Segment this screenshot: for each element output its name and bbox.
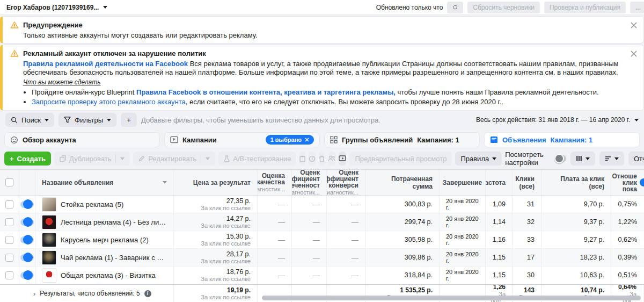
ctr-value: 1,22% [618, 218, 637, 226]
clipboard-button[interactable] [299, 152, 305, 166]
duplicate-button[interactable]: Дублировать [54, 152, 130, 166]
tab-account-overview[interactable]: Обзор аккаунта [4, 132, 160, 147]
chevron-down-icon [107, 119, 111, 121]
account-selector[interactable]: Егор Хабаров (12071939169... [6, 4, 107, 11]
search-button[interactable]: Поиск [5, 113, 54, 127]
cpc-value: 18,23 р. [580, 254, 604, 261]
ctr-value: 0,39% [618, 254, 637, 261]
ad-name-link[interactable]: Карусель мерч реклама (2) [61, 236, 149, 244]
ad-name-link[interactable]: Стойка реклама (5) [61, 200, 123, 208]
reports-button[interactable]: Отчеты [628, 152, 644, 166]
ad-sets-icon [330, 136, 338, 143]
header-label: Частота [486, 179, 506, 186]
ad-name-link[interactable]: Лестница реклама (4) - Без лишних слов [61, 218, 167, 226]
filters-label: Фильтры [75, 116, 103, 124]
refresh-button[interactable] [447, 2, 463, 13]
edit-label: Редактировать [148, 155, 196, 163]
header-label: Потраченная сумма [372, 175, 433, 190]
row-checkbox[interactable] [5, 271, 13, 279]
ad-active-toggle[interactable] [20, 272, 34, 279]
request-review-link[interactable]: Запросите проверку этого рекламного акка… [32, 98, 186, 106]
columns-button[interactable] [570, 152, 595, 166]
table-row: Чай реклама (1) - Заварник с дымом 28,17… [0, 249, 644, 267]
list-item: Запросите проверку этого рекламного акка… [32, 97, 625, 106]
blueprint-course-link[interactable]: Правила Facebook в отношении контента, к… [136, 88, 396, 96]
filters-button[interactable]: Фильтры [58, 113, 116, 127]
ad-active-toggle[interactable] [20, 254, 34, 261]
toggle-column-header [19, 170, 35, 195]
ad-name-link[interactable]: Чай реклама (1) - Заварник с дымом [61, 254, 167, 262]
column-header-amount-spent[interactable]: Потраченная сумма [365, 170, 440, 195]
tab-campaigns[interactable]: Кампании 1 выбрано [164, 132, 320, 147]
ad-active-toggle[interactable] [20, 236, 34, 243]
create-button[interactable]: + Создать [4, 152, 51, 166]
discard-drafts-button[interactable]: Сбросить черновики [467, 2, 540, 13]
ads-icon [490, 136, 498, 143]
chevron-down-icon [614, 157, 619, 160]
filter-input[interactable]: Добавьте фильтры, чтобы уменьшить количе… [141, 116, 472, 124]
ad-name-link[interactable]: Общая реклама (3) - Визитка [61, 271, 156, 279]
column-header-end-date[interactable]: Завершение [440, 170, 486, 195]
column-header-cost-per-result[interactable]: Цена за результат [174, 170, 258, 195]
end-date-value: 20 янв 2020 г. [446, 233, 479, 246]
row-checkbox[interactable] [5, 200, 13, 208]
horizontal-scrollbar[interactable] [262, 296, 641, 300]
what-you-can-do-link[interactable]: Что вы можете сделать [23, 78, 100, 86]
add-filter-button[interactable]: + [121, 113, 137, 127]
clock-icon [309, 155, 316, 162]
info-icon[interactable]: i [144, 290, 151, 297]
last-updated-status: Обновлено только что [376, 4, 443, 11]
history-button[interactable] [309, 152, 316, 166]
close-icon[interactable] [630, 21, 638, 30]
engagement-ranking-value: — [313, 236, 320, 244]
ad-policy-link[interactable]: Правила рекламной деятельности на Facebo… [23, 60, 188, 68]
expand-results-chevron[interactable]: › [33, 290, 35, 298]
quality-ranking-value: — [278, 254, 285, 262]
end-date-value: 20 янв 2020 г. [446, 215, 479, 228]
column-header-quality-ranking[interactable]: Оценка качестваДиагностик... [258, 170, 292, 195]
rules-button[interactable]: Правила [455, 152, 502, 166]
column-header-engagement-ranking[interactable]: Оценк коэффициент вовлеченностДиагностик… [292, 170, 327, 195]
column-header-frequency[interactable]: Частота [486, 170, 513, 195]
view-settings-toggle[interactable] [555, 155, 566, 162]
row-checkbox[interactable] [5, 218, 13, 226]
selected-count-badge[interactable]: 1 выбрано [266, 135, 314, 145]
column-header-clicks[interactable]: Клики (все) [513, 170, 541, 195]
ad-active-toggle[interactable] [20, 201, 34, 208]
inspect-button[interactable] [339, 152, 346, 166]
close-icon[interactable] [305, 138, 309, 142]
column-header-conversion-ranking[interactable]: Оценк коэффициент конверсиДиагностик... [327, 170, 365, 195]
row-checkbox[interactable] [5, 254, 13, 262]
column-header-cpc[interactable]: Плата за клик (все) [541, 170, 611, 195]
engagement-ranking-value: — [313, 218, 320, 226]
clicks-value: 31 [527, 200, 535, 208]
columns-icon [576, 155, 582, 162]
tab-label: Кампании [182, 136, 217, 144]
badge-label: 1 выбрано [270, 136, 302, 143]
inspect-icon [339, 155, 346, 162]
row-checkbox[interactable] [5, 236, 13, 244]
cpc-value: 10,63 р. [580, 271, 604, 279]
view-settings-label: Посмотреть настройки [505, 150, 551, 167]
ab-test-button[interactable]: А/В-тестирование [218, 152, 296, 166]
quality-ranking-value: — [278, 271, 285, 279]
review-publish-button[interactable]: Проверка и публикация [544, 2, 626, 13]
conversion-ranking-value: — [352, 254, 358, 262]
ad-active-toggle[interactable] [20, 219, 34, 226]
close-icon[interactable] [630, 49, 638, 58]
breakdown-button[interactable] [599, 152, 624, 166]
column-header-name[interactable]: Название объявления [35, 170, 174, 195]
select-all-checkbox[interactable] [5, 178, 13, 186]
engagement-ranking-value: — [313, 200, 320, 208]
tab-ads[interactable]: Объявления Кампания: 1 [484, 132, 640, 147]
edit-button[interactable]: Редактировать [133, 152, 215, 166]
assign-button[interactable] [328, 152, 335, 166]
select-all-checkbox-cell [0, 170, 19, 195]
more-button[interactable]: ... [630, 2, 644, 13]
delete-button[interactable] [319, 152, 325, 166]
column-header-ctr[interactable]: Отноше клик пока [611, 170, 643, 195]
tab-ad-sets[interactable]: Группы объявлений Кампания: 1 [324, 132, 480, 147]
header-sublabel: Диагностик... [292, 189, 320, 195]
date-range-selector[interactable]: Весь срок действия: 31 янв 2018 г. — 16 … [476, 116, 639, 124]
preview-button[interactable]: Предварительный просмотр [349, 152, 452, 166]
